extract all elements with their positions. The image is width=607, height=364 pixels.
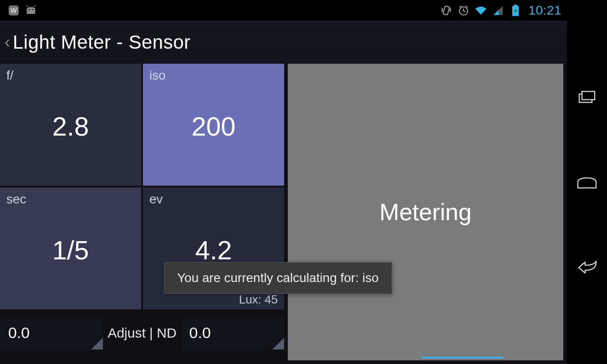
tile-shutter-value: 1/5: [6, 235, 135, 265]
android-notification-icon: [25, 4, 37, 17]
back-chevron-icon[interactable]: ‹: [5, 33, 10, 52]
metering-label: Metering: [379, 198, 471, 226]
android-nav-rail: [567, 0, 607, 364]
tile-aperture-value: 2.8: [6, 111, 135, 142]
home-button[interactable]: [576, 173, 598, 191]
svg-point-3: [32, 9, 33, 10]
title-bar[interactable]: ‹ Light Meter - Sensor: [0, 20, 567, 64]
recent-apps-button[interactable]: [576, 88, 598, 106]
spinner-handle-icon: [91, 338, 103, 349]
wifi-icon: [474, 4, 487, 17]
clock: 10:21: [528, 3, 561, 18]
svg-line-5: [34, 5, 36, 6]
tile-aperture-label: f/: [6, 68, 135, 83]
tile-shutter-label: sec: [6, 192, 135, 207]
signal-icon: [492, 4, 505, 17]
adjust-right-value: 0.0: [189, 324, 211, 342]
tile-iso-value: 200: [149, 111, 278, 142]
tile-ev-label: ev: [149, 192, 278, 207]
svg-text:W: W: [10, 6, 17, 14]
adjust-right-spinner[interactable]: 0.0: [181, 317, 284, 349]
tile-shutter[interactable]: sec 1/5: [0, 187, 141, 309]
adjust-label: Adjust | ND: [107, 325, 176, 341]
metering-underline: [421, 357, 503, 359]
page-title: Light Meter - Sensor: [13, 31, 191, 53]
back-button[interactable]: [576, 258, 598, 276]
right-column: Metering: [288, 64, 567, 364]
vibrate-icon: [440, 4, 453, 17]
svg-line-4: [27, 5, 28, 6]
svg-point-2: [29, 9, 30, 10]
left-column: f/ 2.8 iso 200 sec 1/5 ev 4.2 Lux: 45: [0, 64, 284, 364]
svg-rect-11: [582, 91, 595, 100]
main-content: f/ 2.8 iso 200 sec 1/5 ev 4.2 Lux: 45: [0, 64, 567, 364]
status-left: W: [7, 4, 37, 17]
adjust-row: 0.0 Adjust | ND 0.0: [0, 311, 284, 350]
app-screen: W 10:21 ‹ Light: [0, 0, 567, 364]
adjust-left-spinner[interactable]: 0.0: [0, 317, 103, 349]
svg-rect-9: [514, 5, 517, 6]
status-right: 10:21: [440, 3, 561, 18]
tile-aperture[interactable]: f/ 2.8: [0, 64, 141, 186]
status-bar: W 10:21: [0, 0, 567, 20]
tile-ev-value: 4.2: [149, 235, 278, 265]
alarm-icon: [457, 4, 470, 17]
adjust-left-value: 0.0: [8, 324, 30, 342]
battery-charging-icon: [509, 4, 522, 17]
svg-rect-6: [443, 6, 449, 15]
toast-message: You are currently calculating for: iso: [164, 262, 392, 294]
spinner-handle-icon: [272, 338, 284, 349]
metering-panel[interactable]: Metering: [288, 64, 563, 360]
tile-iso[interactable]: iso 200: [143, 64, 284, 186]
app-notification-icon: W: [7, 4, 20, 17]
tile-iso-label: iso: [149, 68, 278, 83]
tile-ev-lux: Lux: 45: [239, 292, 278, 307]
